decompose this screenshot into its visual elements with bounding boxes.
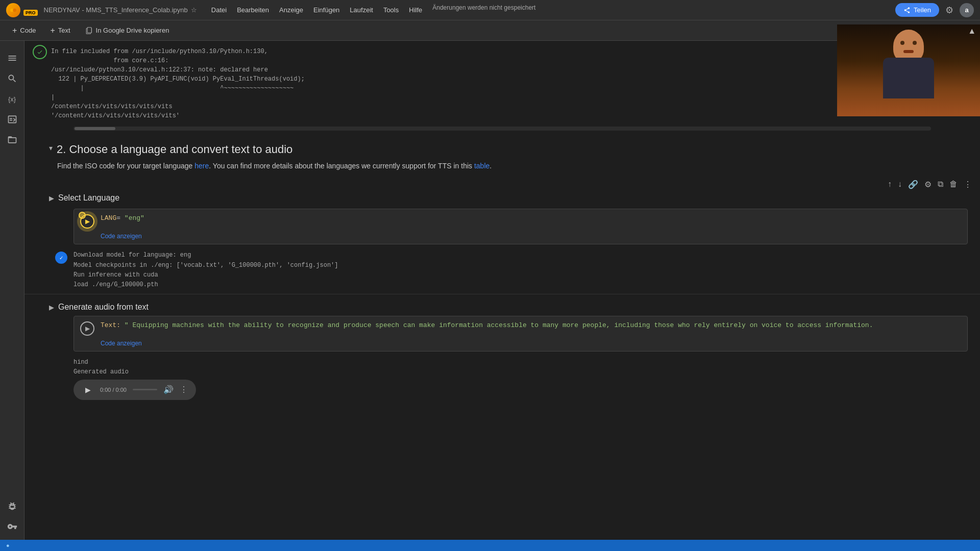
horizontal-scrollbar[interactable]	[74, 127, 931, 131]
share-button[interactable]: Teilen	[895, 3, 939, 17]
drive-label: In Google Drive kopieren	[96, 27, 169, 34]
link-icon[interactable]: 🔗	[906, 179, 920, 190]
generate-section: ▶ Generate audio from text ▶ Text: " Equ…	[24, 296, 980, 404]
cell-settings-icon[interactable]: ⚙	[922, 179, 934, 190]
audio-more-icon[interactable]: ⋮	[180, 385, 188, 394]
menu-hilfe[interactable]: Hilfe	[405, 4, 426, 16]
text-code-line: Text: " Equipping machines with the abil…	[101, 320, 873, 331]
section2-number: 2.	[57, 143, 66, 156]
notebook-name: NERDYNAV - MMS_TTS_Inference_Colab.ipynb…	[44, 6, 197, 14]
lang-code-show-link[interactable]: Code anzeigen	[74, 233, 967, 244]
top-bar: PRO NERDYNAV - MMS_TTS_Inference_Colab.i…	[0, 0, 980, 20]
status-dot: ●	[6, 542, 10, 548]
collapse-video-button[interactable]: ▲	[964, 24, 980, 38]
text-cell-inner: ▶ Text: " Equipping machines with the ab…	[74, 316, 967, 340]
text-label: Text	[58, 27, 70, 34]
sidebar-code-icon[interactable]: {x}	[3, 90, 21, 108]
gen-heading-row: ▶ Generate audio from text	[49, 303, 974, 312]
desc-start-text: Find the ISO code for your target langua…	[57, 162, 194, 170]
menu-einfuegen[interactable]: Einfügen	[309, 4, 344, 16]
menu-datei[interactable]: Datei	[207, 4, 231, 16]
menu-anzeige[interactable]: Anzeige	[275, 4, 307, 16]
lang-output-text: Download model for language: eng Model c…	[74, 251, 338, 290]
section2-title: 2. Choose a language and convert text to…	[57, 143, 292, 156]
menu-laufzeit[interactable]: Laufzeit	[346, 4, 377, 16]
select-language-heading-row: ▶ Select Language	[49, 191, 974, 207]
lang-run-button[interactable]: ▶	[80, 214, 94, 229]
copy-icon[interactable]: ⧉	[936, 179, 945, 190]
video-frame: ▲	[837, 24, 980, 116]
audio-time: 0:00 / 0:00	[100, 387, 127, 393]
section2-heading-block: ▾ 2. Choose a language and convert text …	[24, 135, 980, 158]
gen-heading-label: Generate audio from text	[58, 303, 149, 312]
section2-desc: Find the ISO code for your target langua…	[24, 158, 980, 178]
text-value: " Equipping machines with the ability to…	[125, 321, 873, 329]
svg-point-1	[13, 8, 16, 12]
volume-icon[interactable]: 🔊	[163, 385, 174, 394]
user-avatar[interactable]: a	[960, 3, 974, 17]
menu-bearbeiten[interactable]: Bearbeiten	[233, 4, 273, 16]
lang-output-label: hind	[74, 358, 974, 367]
cell-toolbar: ↑ ↓ 🔗 ⚙ ⧉ 🗑 ⋮	[24, 178, 980, 191]
here-link[interactable]: here	[194, 162, 209, 170]
scroll-thumb[interactable]	[75, 127, 115, 130]
sidebar-menu-icon[interactable]	[3, 49, 21, 67]
video-preview: ▲	[837, 24, 980, 116]
audio-output-block: hind Generated audio ▶ 0:00 / 0:00 🔊 ⋮	[49, 354, 974, 402]
text-code-cell: ▶ Text: " Equipping machines with the ab…	[74, 316, 968, 352]
audio-progress-bar[interactable]	[133, 389, 157, 390]
select-language-section: ▶ Select Language ▶ LANG= "eng" Cod	[24, 191, 980, 244]
sidebar-terminal-icon[interactable]	[3, 110, 21, 129]
sidebar-icons-top: {x}	[3, 45, 21, 495]
run-btn-wrapper: ▶	[80, 213, 101, 229]
text-run-button[interactable]: ▶	[80, 321, 94, 336]
audio-play-button[interactable]: ▶	[82, 384, 94, 396]
select-lang-chevron[interactable]: ▶	[49, 194, 54, 202]
sidebar-icons-bottom	[3, 497, 21, 540]
sidebar-search-icon[interactable]	[3, 69, 21, 88]
plus-icon-text: +	[50, 26, 55, 35]
star-icon[interactable]: ☆	[191, 6, 197, 14]
drive-button[interactable]: In Google Drive kopieren	[79, 23, 176, 38]
status-bar: ●	[0, 540, 980, 551]
text-label-var: Text:	[101, 321, 120, 329]
lang-code-content: LANG= "eng"	[101, 213, 144, 224]
more-options-icon[interactable]: ⋮	[962, 179, 974, 190]
lang-output-block: ✓ Download model for language: eng Model…	[24, 246, 980, 292]
lang-code-line: LANG= "eng"	[101, 213, 144, 224]
desc-mid-text: . You can find more details about the la…	[209, 162, 474, 170]
lang-eq: =	[116, 214, 125, 222]
generated-audio-label: Generated audio	[74, 367, 974, 377]
cell-divider	[24, 294, 980, 294]
sidebar-file-icon[interactable]	[3, 131, 21, 149]
gen-chevron[interactable]: ▶	[49, 304, 54, 311]
scrollbar-container	[24, 127, 980, 135]
move-down-icon[interactable]: ↓	[896, 179, 904, 190]
lang-value: "eng"	[125, 214, 144, 222]
code-cell-inner: ▶ LANG= "eng"	[74, 209, 967, 233]
plus-icon: +	[12, 26, 17, 35]
main-content: {x} In file included from /usr/include/p…	[0, 41, 980, 540]
lang-code-cell: ▶ LANG= "eng" Code anzeigen	[74, 209, 968, 244]
table-link[interactable]: table	[474, 162, 489, 170]
lang-var: LANG	[101, 214, 116, 222]
left-sidebar: {x}	[0, 41, 24, 540]
text-code-content: Text: " Equipping machines with the abil…	[101, 320, 873, 331]
add-text-button[interactable]: + Text	[44, 23, 76, 38]
section2-chevron-icon[interactable]: ▾	[49, 144, 53, 152]
sidebar-bug-icon[interactable]	[3, 497, 21, 515]
menu-tools[interactable]: Tools	[379, 4, 403, 16]
sidebar-key-icon[interactable]	[3, 517, 21, 536]
colab-logo	[6, 3, 20, 17]
top-bar-right: Teilen ⚙ a	[895, 3, 974, 17]
prev-run-button[interactable]	[33, 45, 47, 59]
select-language-label: Select Language	[58, 193, 119, 203]
settings-icon[interactable]: ⚙	[945, 5, 953, 16]
unsaved-label: Änderungen werden nicht gespeichert	[432, 4, 535, 16]
move-up-icon[interactable]: ↑	[886, 179, 894, 190]
add-code-button[interactable]: + Code	[6, 23, 42, 38]
text-code-show-link[interactable]: Code anzeigen	[74, 340, 967, 351]
menu-bar: Datei Bearbeiten Anzeige Einfügen Laufze…	[207, 4, 536, 16]
delete-icon[interactable]: 🗑	[947, 179, 960, 190]
code-label: Code	[20, 27, 36, 34]
